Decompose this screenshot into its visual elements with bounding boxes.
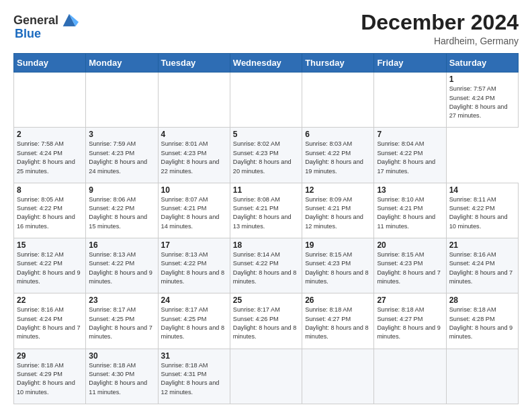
calendar-week-4: 22Sunrise: 8:16 AMSunset: 4:24 PMDayligh… xyxy=(14,293,519,349)
day-number: 28 xyxy=(449,295,515,305)
table-row: 4Sunrise: 8:01 AMSunset: 4:23 PMDaylight… xyxy=(158,128,230,183)
logo-icon xyxy=(60,11,79,30)
table-row xyxy=(86,73,158,128)
calendar-week-0: 1Sunrise: 7:57 AMSunset: 4:24 PMDaylight… xyxy=(14,73,519,128)
day-info: Sunrise: 8:06 AMSunset: 4:22 PMDaylight:… xyxy=(89,195,154,231)
day-number: 20 xyxy=(377,240,443,250)
table-row: 21Sunrise: 8:16 AMSunset: 4:24 PMDayligh… xyxy=(446,238,518,293)
table-row: 15Sunrise: 8:12 AMSunset: 4:22 PMDayligh… xyxy=(14,238,86,293)
table-row: 12Sunrise: 8:09 AMSunset: 4:21 PMDayligh… xyxy=(302,183,374,238)
day-info: Sunrise: 8:17 AMSunset: 4:25 PMDaylight:… xyxy=(161,306,227,341)
day-number: 31 xyxy=(161,351,227,361)
table-row: 3Sunrise: 7:59 AMSunset: 4:23 PMDaylight… xyxy=(86,128,158,183)
day-info: Sunrise: 8:02 AMSunset: 4:23 PMDaylight:… xyxy=(233,140,299,175)
day-number: 30 xyxy=(89,351,154,361)
day-number: 27 xyxy=(377,295,443,305)
day-info: Sunrise: 8:18 AMSunset: 4:30 PMDaylight:… xyxy=(89,361,154,397)
day-info: Sunrise: 8:09 AMSunset: 4:21 PMDaylight:… xyxy=(305,195,371,231)
day-number: 2 xyxy=(17,130,83,139)
day-info: Sunrise: 8:10 AMSunset: 4:21 PMDaylight:… xyxy=(377,195,443,231)
table-row xyxy=(446,349,518,404)
day-number: 26 xyxy=(305,295,371,305)
col-tuesday: Tuesday xyxy=(158,54,230,73)
day-info: Sunrise: 8:18 AMSunset: 4:29 PMDaylight:… xyxy=(17,361,83,397)
day-info: Sunrise: 8:07 AMSunset: 4:21 PMDaylight:… xyxy=(161,195,227,231)
table-row xyxy=(374,73,446,128)
table-row xyxy=(230,349,302,404)
day-number: 8 xyxy=(17,185,83,195)
table-row xyxy=(14,73,86,128)
day-number: 23 xyxy=(89,295,154,305)
table-row: 28Sunrise: 8:18 AMSunset: 4:28 PMDayligh… xyxy=(446,293,518,349)
calendar-week-5: 29Sunrise: 8:18 AMSunset: 4:29 PMDayligh… xyxy=(14,349,519,404)
table-row: 30Sunrise: 8:18 AMSunset: 4:30 PMDayligh… xyxy=(86,349,158,404)
calendar-header-row: Sunday Monday Tuesday Wednesday Thursday… xyxy=(14,54,519,73)
day-info: Sunrise: 7:58 AMSunset: 4:24 PMDaylight:… xyxy=(17,140,83,175)
table-row: 5Sunrise: 8:02 AMSunset: 4:23 PMDaylight… xyxy=(230,128,302,183)
table-row: 13Sunrise: 8:10 AMSunset: 4:21 PMDayligh… xyxy=(374,183,446,238)
table-row: 6Sunrise: 8:03 AMSunset: 4:22 PMDaylight… xyxy=(302,128,374,183)
day-info: Sunrise: 7:59 AMSunset: 4:23 PMDaylight:… xyxy=(89,140,154,175)
day-info: Sunrise: 8:11 AMSunset: 4:22 PMDaylight:… xyxy=(449,195,515,231)
day-info: Sunrise: 8:18 AMSunset: 4:27 PMDaylight:… xyxy=(377,306,443,341)
day-info: Sunrise: 8:16 AMSunset: 4:24 PMDaylight:… xyxy=(17,306,83,341)
day-info: Sunrise: 8:08 AMSunset: 4:21 PMDaylight:… xyxy=(233,195,299,231)
day-number: 6 xyxy=(305,130,371,139)
day-info: Sunrise: 8:01 AMSunset: 4:23 PMDaylight:… xyxy=(161,140,227,175)
day-number: 18 xyxy=(233,240,299,250)
col-friday: Friday xyxy=(374,54,446,73)
table-row: 8Sunrise: 8:05 AMSunset: 4:22 PMDaylight… xyxy=(14,183,86,238)
day-number: 5 xyxy=(233,130,299,139)
month-title: December 2024 xyxy=(361,11,519,34)
table-row: 23Sunrise: 8:17 AMSunset: 4:25 PMDayligh… xyxy=(86,293,158,349)
day-number: 17 xyxy=(161,240,227,250)
day-info: Sunrise: 8:03 AMSunset: 4:22 PMDaylight:… xyxy=(305,140,371,175)
table-row: 20Sunrise: 8:15 AMSunset: 4:23 PMDayligh… xyxy=(374,238,446,293)
day-number: 25 xyxy=(233,295,299,305)
table-row: 11Sunrise: 8:08 AMSunset: 4:21 PMDayligh… xyxy=(230,183,302,238)
table-row: 14Sunrise: 8:11 AMSunset: 4:22 PMDayligh… xyxy=(446,183,518,238)
table-row: 19Sunrise: 8:15 AMSunset: 4:23 PMDayligh… xyxy=(302,238,374,293)
header: General Blue December 2024 Hardheim, Ger… xyxy=(13,11,519,46)
day-info: Sunrise: 8:04 AMSunset: 4:22 PMDaylight:… xyxy=(377,140,443,175)
day-number: 11 xyxy=(233,185,299,195)
day-number: 16 xyxy=(89,240,154,250)
table-row: 22Sunrise: 8:16 AMSunset: 4:24 PMDayligh… xyxy=(14,293,86,349)
page: General Blue December 2024 Hardheim, Ger… xyxy=(0,0,532,411)
day-info: Sunrise: 8:16 AMSunset: 4:24 PMDaylight:… xyxy=(449,250,515,286)
table-row: 10Sunrise: 8:07 AMSunset: 4:21 PMDayligh… xyxy=(158,183,230,238)
day-number: 24 xyxy=(161,295,227,305)
day-number: 21 xyxy=(449,240,515,250)
day-info: Sunrise: 8:17 AMSunset: 4:25 PMDaylight:… xyxy=(89,306,154,341)
table-row: 17Sunrise: 8:13 AMSunset: 4:22 PMDayligh… xyxy=(158,238,230,293)
calendar-week-2: 8Sunrise: 8:05 AMSunset: 4:22 PMDaylight… xyxy=(14,183,519,238)
table-row xyxy=(230,73,302,128)
table-row xyxy=(158,73,230,128)
table-row: 16Sunrise: 8:13 AMSunset: 4:22 PMDayligh… xyxy=(86,238,158,293)
logo: General Blue xyxy=(13,11,79,41)
title-block: December 2024 Hardheim, Germany xyxy=(361,11,519,46)
day-info: Sunrise: 8:13 AMSunset: 4:22 PMDaylight:… xyxy=(89,250,154,286)
table-row: 9Sunrise: 8:06 AMSunset: 4:22 PMDaylight… xyxy=(86,183,158,238)
table-row: 7Sunrise: 8:04 AMSunset: 4:22 PMDaylight… xyxy=(374,128,446,183)
day-info: Sunrise: 8:18 AMSunset: 4:31 PMDaylight:… xyxy=(161,361,227,397)
day-info: Sunrise: 8:05 AMSunset: 4:22 PMDaylight:… xyxy=(17,195,83,231)
day-number: 7 xyxy=(377,130,443,139)
day-number: 29 xyxy=(17,351,83,361)
day-info: Sunrise: 8:13 AMSunset: 4:22 PMDaylight:… xyxy=(161,250,227,286)
day-number: 1 xyxy=(449,75,515,84)
day-info: Sunrise: 8:12 AMSunset: 4:22 PMDaylight:… xyxy=(17,250,83,286)
table-row: 29Sunrise: 8:18 AMSunset: 4:29 PMDayligh… xyxy=(14,349,86,404)
day-info: Sunrise: 8:14 AMSunset: 4:22 PMDaylight:… xyxy=(233,250,299,286)
table-row xyxy=(302,349,374,404)
day-info: Sunrise: 8:15 AMSunset: 4:23 PMDaylight:… xyxy=(305,250,371,286)
location: Hardheim, Germany xyxy=(361,36,519,46)
table-row: 25Sunrise: 8:17 AMSunset: 4:26 PMDayligh… xyxy=(230,293,302,349)
day-number: 13 xyxy=(377,185,443,195)
table-row: 26Sunrise: 8:18 AMSunset: 4:27 PMDayligh… xyxy=(302,293,374,349)
day-info: Sunrise: 8:15 AMSunset: 4:23 PMDaylight:… xyxy=(377,250,443,286)
col-saturday: Saturday xyxy=(446,54,518,73)
calendar-week-3: 15Sunrise: 8:12 AMSunset: 4:22 PMDayligh… xyxy=(14,238,519,293)
day-info: Sunrise: 8:18 AMSunset: 4:27 PMDaylight:… xyxy=(305,306,371,341)
day-number: 4 xyxy=(161,130,227,139)
